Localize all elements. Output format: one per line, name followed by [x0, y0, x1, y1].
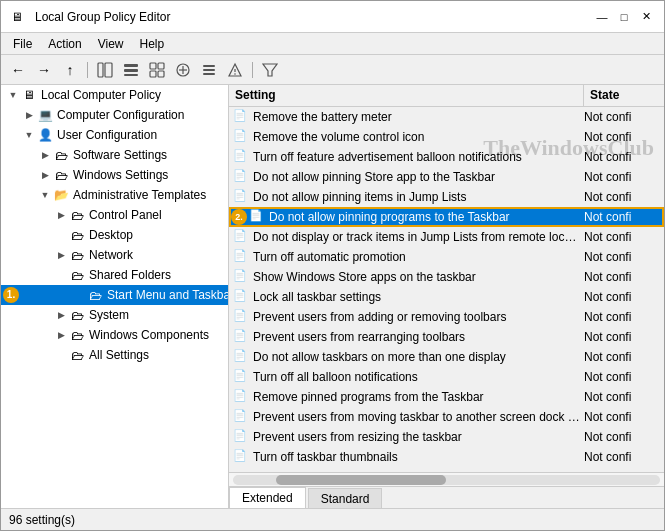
setting-state: Not confi: [584, 390, 664, 404]
folder-icon: [69, 267, 85, 283]
svg-rect-5: [150, 63, 156, 69]
expand-icon: [53, 307, 69, 323]
sidebar-item-label: Shared Folders: [89, 268, 171, 282]
folder-icon: [69, 347, 85, 363]
sidebar-item-user-configuration[interactable]: 👤 User Configuration: [1, 125, 228, 145]
sidebar-item-windows-settings[interactable]: Windows Settings: [1, 165, 228, 185]
setting-state: Not confi: [584, 210, 664, 224]
sidebar-item-network[interactable]: Network: [1, 245, 228, 265]
list-item[interactable]: 📄 Turn off feature advertisement balloon…: [229, 147, 664, 167]
setting-state: Not confi: [584, 450, 664, 464]
list-item[interactable]: 📄 Do not allow pinning Store app to the …: [229, 167, 664, 187]
setting-state: Not confi: [584, 150, 664, 164]
list-item[interactable]: 📄 Prevent users from adding or removing …: [229, 307, 664, 327]
back-button[interactable]: ←: [7, 59, 29, 81]
sidebar-item-system[interactable]: System: [1, 305, 228, 325]
list-item[interactable]: 📄 Prevent users from moving taskbar to a…: [229, 407, 664, 427]
policy-icon: 🖥: [21, 87, 37, 103]
toolbar-btn-5[interactable]: [146, 59, 168, 81]
list-item[interactable]: 📄 Remove the volume control icon Not con…: [229, 127, 664, 147]
menu-action[interactable]: Action: [40, 35, 89, 52]
sidebar-item-label: Windows Settings: [73, 168, 168, 182]
sidebar: 🖥 Local Computer Policy 💻 Computer Confi…: [1, 85, 229, 508]
sidebar-item-label: Local Computer Policy: [41, 88, 161, 102]
list-item[interactable]: 📄 Show Windows Store apps on the taskbar…: [229, 267, 664, 287]
menu-help[interactable]: Help: [132, 35, 173, 52]
badge-1: 1.: [3, 287, 19, 303]
setting-name: Remove pinned programs from the Taskbar: [253, 390, 584, 404]
sidebar-item-start-menu[interactable]: 1. Start Menu and Taskbar: [1, 285, 228, 305]
list-item-highlighted[interactable]: 2. 📄 Do not allow pinning programs to th…: [229, 207, 664, 227]
forward-button[interactable]: →: [33, 59, 55, 81]
list-item[interactable]: 📄 Do not allow pinning items in Jump Lis…: [229, 187, 664, 207]
menu-file[interactable]: File: [5, 35, 40, 52]
expand-icon: [21, 127, 37, 143]
expand-icon: [53, 267, 69, 283]
list-item[interactable]: 📄 Lock all taskbar settings Not confi: [229, 287, 664, 307]
svg-rect-12: [203, 65, 215, 67]
list-item[interactable]: 📄 Prevent users from rearranging toolbar…: [229, 327, 664, 347]
tab-standard[interactable]: Standard: [308, 488, 383, 508]
window-icon: [9, 9, 25, 25]
close-button[interactable]: ✕: [636, 7, 656, 27]
folder-icon: [53, 167, 69, 183]
window-title: Local Group Policy Editor: [35, 10, 170, 24]
toolbar-btn-4[interactable]: [120, 59, 142, 81]
sidebar-item-desktop[interactable]: Desktop: [1, 225, 228, 245]
sidebar-item-computer-configuration[interactable]: 💻 Computer Configuration: [1, 105, 228, 125]
expand-icon: [37, 187, 53, 203]
toolbar-btn-8[interactable]: [224, 59, 246, 81]
svg-point-17: [234, 73, 236, 75]
show-hide-console-tree[interactable]: [94, 59, 116, 81]
list-item[interactable]: 📄 Turn off all balloon notifications Not…: [229, 367, 664, 387]
sidebar-item-all-settings[interactable]: All Settings: [1, 345, 228, 365]
setting-name: Turn off automatic promotion: [253, 250, 584, 264]
setting-name: Turn off feature advertisement balloon n…: [253, 150, 584, 164]
menu-view[interactable]: View: [90, 35, 132, 52]
expand-icon: [37, 147, 53, 163]
expand-icon: [53, 247, 69, 263]
maximize-button[interactable]: □: [614, 7, 634, 27]
up-button[interactable]: ↑: [59, 59, 81, 81]
scrollbar-thumb[interactable]: [276, 475, 447, 485]
sidebar-item-admin-templates[interactable]: Administrative Templates: [1, 185, 228, 205]
setting-name: Do not allow pinning Store app to the Ta…: [253, 170, 584, 184]
horizontal-scrollbar[interactable]: [229, 472, 664, 486]
toolbar-btn-7[interactable]: [198, 59, 220, 81]
expand-icon: [21, 107, 37, 123]
setting-name: Turn off all balloon notifications: [253, 370, 584, 384]
header-state[interactable]: State: [584, 85, 664, 106]
setting-icon: 📄: [233, 409, 249, 425]
list-item[interactable]: 📄 Remove the battery meter Not confi: [229, 107, 664, 127]
list-item[interactable]: 📄 Remove pinned programs from the Taskba…: [229, 387, 664, 407]
sidebar-item-shared-folders[interactable]: Shared Folders: [1, 265, 228, 285]
minimize-button[interactable]: —: [592, 7, 612, 27]
setting-state: Not confi: [584, 430, 664, 444]
setting-icon: 📄: [233, 269, 249, 285]
setting-state: Not confi: [584, 170, 664, 184]
list-item[interactable]: 📄 Do not display or track items in Jump …: [229, 227, 664, 247]
sidebar-item-software-settings[interactable]: Software Settings: [1, 145, 228, 165]
user-icon: 👤: [37, 127, 53, 143]
filter-button[interactable]: [259, 59, 281, 81]
list-item[interactable]: 📄 Do not allow taskbars on more than one…: [229, 347, 664, 367]
toolbar-btn-6[interactable]: [172, 59, 194, 81]
folder-icon: [69, 227, 85, 243]
list-item[interactable]: 📄 Turn off taskbar thumbnails Not confi: [229, 447, 664, 467]
toolbar: ← → ↑: [1, 55, 664, 85]
list-item[interactable]: 📄 Turn off automatic promotion Not confi: [229, 247, 664, 267]
sidebar-item-label: System: [89, 308, 129, 322]
header-setting[interactable]: Setting: [229, 85, 584, 106]
setting-icon: 📄: [233, 229, 249, 245]
list-item[interactable]: 📄 Prevent users from resizing the taskba…: [229, 427, 664, 447]
svg-rect-8: [158, 71, 164, 77]
tab-extended[interactable]: Extended: [229, 487, 306, 508]
expand-icon: [53, 207, 69, 223]
sidebar-item-local-computer-policy[interactable]: 🖥 Local Computer Policy: [1, 85, 228, 105]
sidebar-item-windows-components[interactable]: Windows Components: [1, 325, 228, 345]
status-text: 96 setting(s): [9, 513, 75, 527]
setting-icon: 📄: [233, 189, 249, 205]
sidebar-item-control-panel[interactable]: Control Panel: [1, 205, 228, 225]
expand-icon: [37, 167, 53, 183]
sidebar-item-label: Start Menu and Taskbar: [107, 288, 229, 302]
